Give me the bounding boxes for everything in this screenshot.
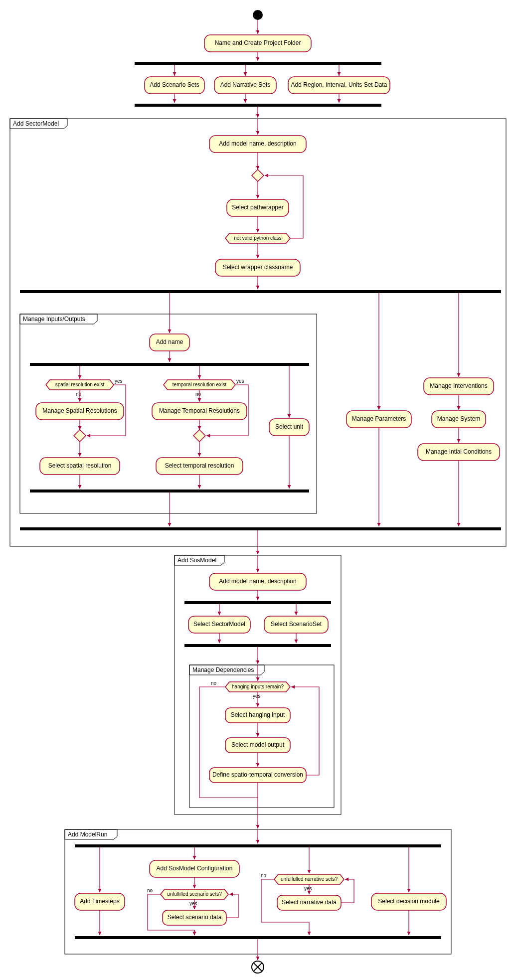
label-no-2: no — [195, 391, 201, 397]
label-unf-scen: unfulfilled scenario sets? — [167, 891, 222, 897]
label-manage-params: Manage Parameters — [352, 415, 406, 422]
label-create-project: Name and Create Project Folder — [215, 39, 301, 46]
label-spatial-exist: spatial resolution exist — [55, 382, 105, 387]
decision-loop-top — [252, 169, 264, 181]
merge-spatial — [74, 430, 86, 442]
join-bar-io — [30, 490, 309, 492]
label-manage-temporal: Manage Temporal Resolutions — [159, 407, 240, 414]
join-bar-1 — [135, 104, 381, 107]
label-yes-4: yes — [189, 901, 197, 906]
label-add-narrative-sets: Add Narrative Sets — [220, 81, 271, 88]
activity-diagram: Name and Create Project Folder Add Scena… — [0, 0, 516, 980]
label-select-narr-data: Select narrative data — [282, 899, 337, 906]
label-select-output: Select model output — [231, 741, 285, 748]
label-valid-class: not valid python class — [234, 235, 282, 241]
label-manage-system: Manage System — [437, 415, 481, 422]
label-add-timesteps: Add Timesteps — [80, 898, 119, 905]
frame-modelrun — [65, 829, 451, 954]
label-manage-spatial: Manage Spatial Resolutions — [42, 407, 117, 414]
label-select-unit: Select unit — [275, 423, 304, 430]
frame-sosmodel-title: Add SosModel — [177, 557, 216, 564]
fork-bar-io — [30, 363, 309, 366]
label-add-soscfg: Add SosModel Configuration — [157, 865, 233, 872]
label-no-1: no — [76, 391, 82, 397]
label-manage-interv: Manage Interventions — [430, 382, 487, 389]
label-select-scenario-data: Select scenario data — [168, 914, 222, 921]
initial-node — [253, 10, 263, 20]
label-sos-desc: Add model name, description — [219, 578, 296, 585]
fork-bar-1 — [135, 62, 381, 65]
label-select-spatial: Select spatial resolution — [48, 462, 112, 469]
label-pathwrapper: Select pathwrapper — [232, 204, 283, 211]
label-temporal-exist: temporal resolution exist — [172, 382, 227, 387]
label-add-region: Add Region, Interval, Units Set Data — [291, 81, 387, 88]
frame-sectormodel-title: Add SectorModel — [13, 120, 59, 127]
label-select-sector: Select SectorModel — [193, 621, 245, 628]
label-define-conversion: Define spatio-temporal conversion — [212, 771, 303, 778]
label-select-hanging: Select hanging input — [231, 711, 285, 718]
label-manage-initial: Manage Intial Conditions — [426, 448, 492, 455]
frame-modelrun-title: Add ModelRun — [68, 831, 107, 838]
frame-io-title: Manage Inputs/Outputs — [23, 316, 85, 323]
label-yes-3: yes — [253, 693, 261, 699]
join-bar-sos — [184, 644, 331, 647]
label-add-name: Add name — [156, 338, 183, 345]
label-no-3: no — [211, 680, 217, 686]
label-select-scenset: Select ScenarioSet — [271, 621, 322, 628]
label-add-scenario-sets: Add Scenario Sets — [150, 81, 199, 88]
fork-bar-sos — [184, 601, 331, 604]
merge-temporal — [193, 430, 205, 442]
label-model-desc: Add model name, description — [219, 140, 296, 147]
label-wrapper-classname: Select wrapper classname — [223, 264, 293, 271]
frame-dependencies-title: Manage Dependencies — [192, 666, 254, 673]
label-yes-2: yes — [236, 378, 244, 384]
join-bar-sector — [20, 527, 501, 530]
label-no-5: no — [261, 873, 267, 878]
fork-bar-run — [75, 844, 441, 847]
label-unf-narr: unfulfulled narrative sets? — [281, 876, 338, 882]
label-no-4: no — [147, 888, 153, 893]
label-select-temporal: Select temporal resolution — [165, 462, 234, 469]
label-hanging: hanging inputs remain? — [232, 684, 284, 689]
join-bar-run — [75, 936, 441, 939]
label-select-decision: Select decision module — [378, 898, 440, 905]
label-yes-5: yes — [304, 886, 312, 891]
fork-bar-sector — [20, 290, 501, 293]
label-yes-1: yes — [115, 378, 123, 384]
